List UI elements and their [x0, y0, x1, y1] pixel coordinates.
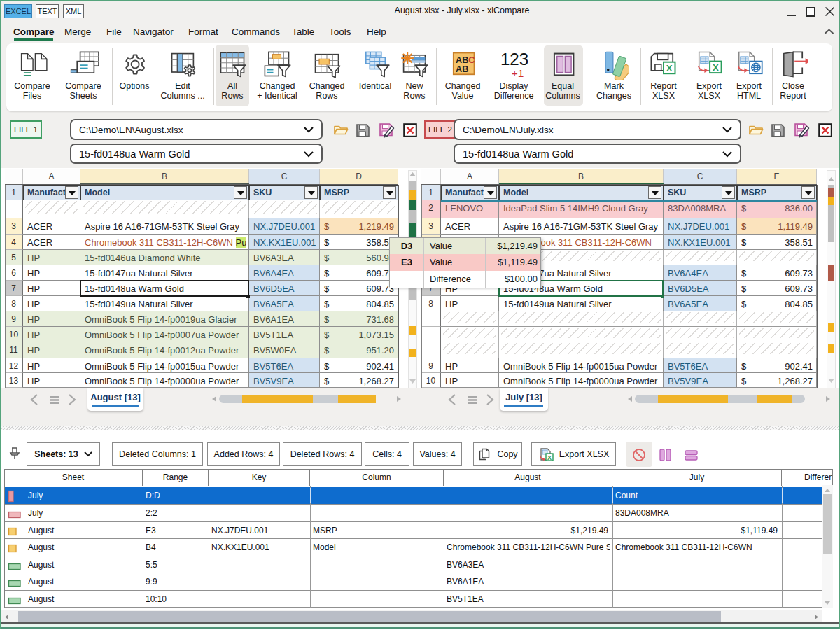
- svg-text:ABC: ABC: [456, 55, 475, 65]
- svg-text:123: 123: [500, 50, 528, 69]
- svg-text:AB: AB: [456, 64, 468, 74]
- svg-text:+1: +1: [512, 67, 524, 79]
- svg-text:X: X: [547, 454, 552, 461]
- svg-text:X: X: [666, 63, 673, 74]
- svg-text:X: X: [713, 62, 719, 73]
